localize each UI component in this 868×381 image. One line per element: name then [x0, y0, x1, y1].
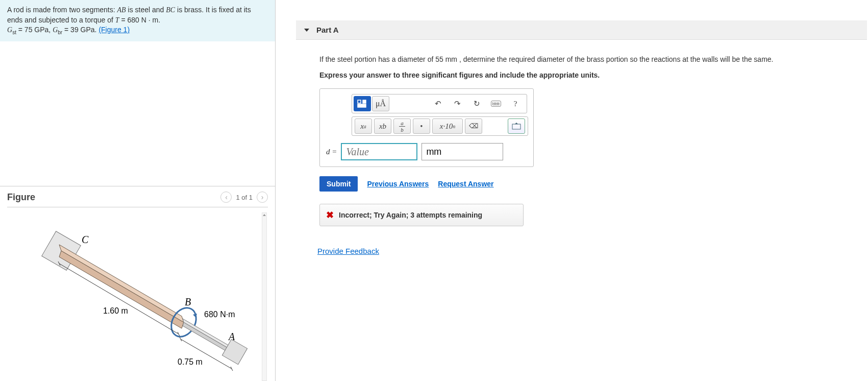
previous-answers-link[interactable]: Previous Answers [367, 180, 429, 188]
torque-label: 680 N·m [204, 310, 235, 319]
figure-image: C B A 1.60 m 0.75 m 680 N·m [7, 212, 268, 381]
feedback-text: Incorrect; Try Again; 3 attempts remaini… [339, 211, 482, 219]
figure-header: Figure ‹ 1 of 1 › [7, 192, 268, 207]
figure-section: Figure ‹ 1 of 1 › [0, 186, 275, 381]
segment-ab: AB [117, 6, 126, 14]
t-value: = 680 N · m. [119, 16, 161, 24]
svg-line-12 [231, 367, 233, 371]
part-a-body: If the steel portion has a diameter of 5… [296, 40, 868, 255]
incorrect-icon: ✖ [326, 209, 334, 221]
gst-sub: st [12, 30, 16, 35]
problem-text: is steel and [126, 6, 166, 14]
feedback-message: ✖ Incorrect; Try Again; 3 attempts remai… [319, 204, 524, 226]
label-a: A [228, 331, 235, 342]
rod-diagram: C B A 1.60 m 0.75 m 680 N·m [26, 212, 250, 371]
gbr-symbol: G [53, 26, 58, 34]
help-button[interactable]: ? [507, 96, 524, 111]
value-input[interactable] [341, 143, 417, 160]
t-symbol: T [115, 16, 119, 24]
svg-line-11 [180, 337, 182, 341]
gbr-sub: br [58, 30, 62, 35]
svg-rect-13 [358, 100, 361, 103]
right-panel: Part A If the steel portion has a diamet… [276, 0, 868, 381]
part-a-header[interactable]: Part A [296, 20, 867, 40]
svg-marker-1 [59, 251, 184, 328]
figure-scrollbar[interactable] [262, 212, 267, 381]
gbr-value: = 39 GPa. [62, 26, 98, 34]
figure-prev-button[interactable]: ‹ [220, 192, 232, 203]
answer-box: μÅ ↶ ↷ ↻ ? xa xb ab • x·10n ⌫ [319, 88, 534, 167]
left-panel: A rod is made from two segments: AB is s… [0, 0, 276, 381]
svg-line-7 [59, 264, 179, 334]
request-answer-link[interactable]: Request Answer [438, 180, 493, 188]
reset-button[interactable]: ↻ [468, 96, 485, 111]
svg-rect-6 [222, 339, 247, 364]
svg-rect-16 [512, 124, 520, 129]
submit-button[interactable]: Submit [319, 176, 358, 192]
figure-title: Figure [7, 192, 35, 203]
segment-bc: BC [166, 6, 175, 14]
svg-rect-14 [363, 100, 366, 103]
figure-counter: 1 of 1 [236, 194, 253, 201]
fraction-button[interactable]: ab [393, 118, 411, 134]
toolbar-row-2: xa xb ab • x·10n ⌫ [352, 116, 528, 136]
instruction-text: Express your answer to three significant… [319, 71, 868, 79]
figure-next-button[interactable]: › [257, 192, 268, 203]
gst-symbol: G [7, 26, 12, 34]
scientific-button[interactable]: x·10n [432, 118, 463, 134]
figure-link[interactable]: (Figure 1) [98, 26, 130, 34]
svg-rect-15 [358, 104, 366, 107]
subscript-button[interactable]: xb [374, 118, 391, 134]
figure-nav: ‹ 1 of 1 › [220, 192, 268, 203]
undo-button[interactable]: ↶ [429, 96, 447, 111]
svg-marker-17 [515, 123, 518, 124]
redo-button[interactable]: ↷ [449, 96, 466, 111]
keyboard-shortcuts-button[interactable] [508, 118, 525, 134]
unit-input[interactable] [421, 143, 503, 160]
superscript-button[interactable]: xa [355, 118, 372, 134]
templates-button[interactable] [354, 96, 371, 111]
problem-statement: A rod is made from two segments: AB is s… [0, 0, 275, 41]
answer-line: d = [326, 143, 527, 160]
svg-line-9 [178, 332, 180, 336]
provide-feedback-link[interactable]: Provide Feedback [317, 247, 379, 255]
backspace-button[interactable]: ⌫ [465, 118, 482, 134]
label-c: C [82, 234, 89, 245]
part-a-title: Part A [316, 26, 339, 34]
collapse-icon [304, 29, 309, 32]
label-b: B [185, 296, 191, 307]
problem-text: A rod is made from two segments: [7, 6, 117, 14]
dim-bc: 1.60 m [103, 306, 128, 315]
d-label: d = [326, 148, 337, 156]
question-text: If the steel portion has a diameter of 5… [319, 54, 868, 65]
dot-button[interactable]: • [413, 118, 430, 134]
keyboard-button[interactable] [487, 96, 505, 111]
toolbar-row-1: μÅ ↶ ↷ ↻ ? [352, 94, 527, 113]
dim-ab: 0.75 m [178, 358, 203, 366]
gst-value: = 75 GPa, [16, 26, 53, 34]
submit-row: Submit Previous Answers Request Answer [319, 176, 868, 192]
special-chars-button[interactable]: μÅ [372, 96, 389, 111]
